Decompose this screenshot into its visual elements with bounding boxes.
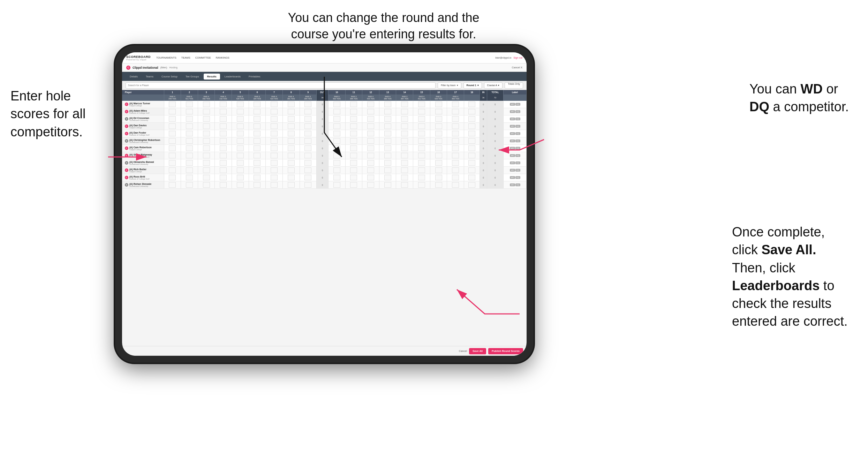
hole-2-input[interactable] — [181, 101, 198, 108]
hole-2-input[interactable] — [181, 123, 198, 130]
hole-12-input[interactable] — [362, 130, 379, 137]
score-input-hole-10[interactable] — [333, 138, 340, 144]
score-input-hole-8[interactable] — [288, 160, 295, 166]
hole-5-input[interactable] — [232, 181, 249, 189]
score-input-hole-9[interactable] — [304, 138, 311, 144]
score-input-hole-3[interactable] — [203, 131, 210, 136]
score-input-hole-4[interactable] — [220, 123, 227, 129]
hole-14-input[interactable] — [396, 167, 413, 174]
hole-10-input[interactable] — [328, 101, 345, 108]
score-input-hole-15[interactable] — [418, 153, 425, 158]
score-input-hole-14[interactable] — [401, 153, 408, 158]
score-input-hole-8[interactable] — [288, 116, 295, 122]
tab-course-setup[interactable]: Course Setup — [158, 74, 181, 80]
score-input-hole-6[interactable] — [254, 101, 261, 107]
hole-3-input[interactable] — [198, 108, 215, 115]
score-input-hole-9[interactable] — [304, 116, 311, 122]
score-input-hole-13[interactable] — [384, 123, 391, 129]
score-input-hole-6[interactable] — [254, 160, 261, 166]
score-input-hole-1[interactable] — [169, 167, 176, 173]
score-input-hole-1[interactable] — [169, 116, 176, 122]
score-input-hole-1[interactable] — [169, 109, 176, 114]
hole-12-input[interactable] — [362, 137, 379, 145]
dq-button[interactable]: DQ — [515, 183, 520, 186]
score-input-hole-14[interactable] — [401, 131, 408, 136]
score-input-hole-11[interactable] — [350, 109, 357, 114]
score-input-hole-16[interactable] — [435, 138, 442, 144]
hole-8-input[interactable] — [282, 167, 300, 174]
score-input-hole-18[interactable] — [468, 182, 475, 188]
hole-14-input[interactable] — [396, 181, 413, 189]
hole-10-input[interactable] — [328, 145, 345, 152]
score-input-hole-16[interactable] — [435, 153, 442, 158]
score-input-hole-16[interactable] — [435, 182, 442, 188]
score-input-hole-11[interactable] — [350, 131, 357, 136]
tab-tee-groups[interactable]: Tee Groups — [182, 74, 203, 80]
hole-15-input[interactable] — [413, 152, 430, 159]
score-input-hole-9[interactable] — [304, 182, 311, 188]
hole-2-input[interactable] — [181, 159, 198, 167]
score-input-hole-18[interactable] — [468, 145, 475, 151]
hole-12-input[interactable] — [362, 115, 379, 123]
hole-3-input[interactable] — [198, 130, 215, 137]
nav-rankings[interactable]: RANKINGS — [216, 56, 229, 59]
hole-18-input[interactable] — [464, 152, 480, 159]
hole-1-input[interactable] — [164, 145, 181, 152]
hole-12-input[interactable] — [362, 152, 379, 159]
hole-2-input[interactable] — [181, 174, 198, 181]
score-input-hole-2[interactable] — [186, 153, 193, 158]
score-input-hole-11[interactable] — [350, 160, 357, 166]
hole-16-input[interactable] — [430, 108, 447, 115]
score-input-hole-9[interactable] — [304, 145, 311, 151]
hole-5-input[interactable] — [232, 137, 249, 145]
hole-8-input[interactable] — [282, 137, 300, 145]
hole-9-input[interactable] — [300, 130, 317, 137]
hole-8-input[interactable] — [282, 181, 300, 189]
score-input-hole-1[interactable] — [169, 145, 176, 151]
score-input-hole-4[interactable] — [220, 145, 227, 151]
hole-17-input[interactable] — [447, 152, 464, 159]
hole-14-input[interactable] — [396, 137, 413, 145]
score-input-hole-11[interactable] — [350, 116, 357, 122]
score-input-hole-13[interactable] — [384, 101, 391, 107]
score-input-hole-6[interactable] — [254, 131, 261, 136]
hole-18-input[interactable] — [464, 101, 480, 108]
hole-5-input[interactable] — [232, 123, 249, 130]
hole-11-input[interactable] — [345, 115, 362, 123]
score-input-hole-14[interactable] — [401, 101, 408, 107]
score-input-hole-9[interactable] — [304, 160, 311, 166]
hole-7-input[interactable] — [266, 115, 283, 123]
hole-2-input[interactable] — [181, 130, 198, 137]
score-input-hole-6[interactable] — [254, 175, 261, 180]
hole-13-input[interactable] — [379, 101, 396, 108]
score-input-hole-12[interactable] — [367, 101, 374, 107]
hole-13-input[interactable] — [379, 123, 396, 130]
score-input-hole-10[interactable] — [333, 160, 340, 166]
hole-2-input[interactable] — [181, 152, 198, 159]
score-input-hole-17[interactable] — [452, 123, 459, 129]
hole-11-input[interactable] — [345, 167, 362, 174]
hole-7-input[interactable] — [266, 167, 283, 174]
hole-6-input[interactable] — [249, 101, 266, 108]
hole-13-input[interactable] — [379, 145, 396, 152]
hole-15-input[interactable] — [413, 159, 430, 167]
score-input-hole-3[interactable] — [203, 160, 210, 166]
score-input-hole-16[interactable] — [435, 175, 442, 180]
hole-14-input[interactable] — [396, 130, 413, 137]
hole-4-input[interactable] — [215, 101, 232, 108]
wd-button[interactable]: WD — [510, 183, 515, 186]
score-input-hole-13[interactable] — [384, 167, 391, 173]
score-input-hole-6[interactable] — [254, 123, 261, 129]
publish-button[interactable]: Publish Round Scores — [488, 348, 523, 354]
hole-10-input[interactable] — [328, 174, 345, 181]
hole-4-input[interactable] — [215, 115, 232, 123]
hole-18-input[interactable] — [464, 130, 480, 137]
score-input-hole-4[interactable] — [220, 138, 227, 144]
hole-8-input[interactable] — [282, 174, 300, 181]
score-input-hole-14[interactable] — [401, 116, 408, 122]
score-input-hole-8[interactable] — [288, 123, 295, 129]
score-input-hole-6[interactable] — [254, 145, 261, 151]
score-input-hole-4[interactable] — [220, 116, 227, 122]
hole-12-input[interactable] — [362, 145, 379, 152]
hole-15-input[interactable] — [413, 167, 430, 174]
